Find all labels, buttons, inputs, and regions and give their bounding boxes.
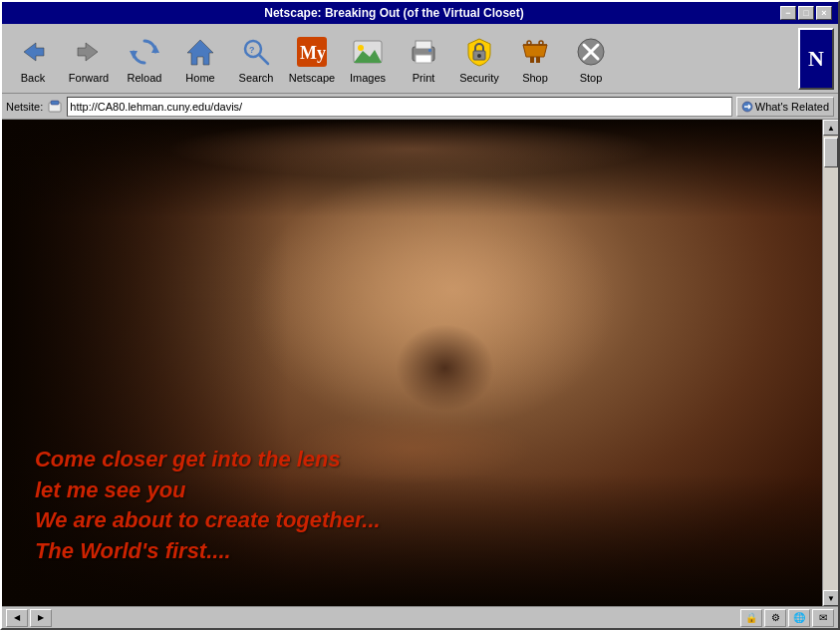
svg-point-18 bbox=[477, 54, 481, 58]
netscape-button[interactable]: My Netscape bbox=[285, 28, 339, 90]
svg-rect-28 bbox=[51, 101, 59, 105]
svg-line-6 bbox=[259, 55, 268, 64]
reload-icon bbox=[127, 34, 162, 70]
security-icon bbox=[461, 34, 497, 70]
svg-point-22 bbox=[527, 41, 531, 45]
netsite-label: Netsite: bbox=[6, 101, 43, 113]
svg-marker-4 bbox=[187, 40, 213, 65]
status-bar: ◀ ▶ 🔒 ⚙ 🌐 ✉ bbox=[2, 606, 838, 628]
whats-related-button[interactable]: What's Related bbox=[736, 97, 834, 117]
maximize-button[interactable]: □ bbox=[798, 6, 814, 20]
forward-icon bbox=[71, 34, 107, 70]
svg-rect-21 bbox=[536, 57, 540, 63]
reload-button[interactable]: Reload bbox=[118, 28, 171, 90]
window-title: Netscape: Breaking Out (of the Virtual C… bbox=[8, 6, 780, 20]
webpage[interactable]: Come closer get into the lens let me see… bbox=[2, 120, 822, 606]
text-line-1: Come closer get into the lens bbox=[35, 445, 381, 475]
print-label: Print bbox=[413, 72, 435, 84]
scroll-thumb[interactable] bbox=[824, 138, 838, 167]
main-content: Come closer get into the lens let me see… bbox=[2, 120, 822, 606]
print-icon bbox=[406, 34, 441, 70]
forward-label: Forward bbox=[69, 72, 109, 84]
status-nav-fwd[interactable]: ▶ bbox=[30, 609, 52, 627]
status-icon-2[interactable]: ⚙ bbox=[764, 609, 786, 627]
url-input[interactable] bbox=[67, 97, 731, 117]
print-button[interactable]: Print bbox=[397, 28, 450, 90]
text-line-2: let me see you bbox=[35, 475, 381, 506]
home-label: Home bbox=[185, 72, 214, 84]
back-button[interactable]: Back bbox=[6, 28, 60, 90]
status-nav-back[interactable]: ◀ bbox=[6, 609, 28, 627]
shop-icon bbox=[517, 34, 553, 70]
title-bar: Netscape: Breaking Out (of the Virtual C… bbox=[2, 2, 838, 24]
svg-point-11 bbox=[358, 45, 364, 51]
title-bar-controls: − □ × bbox=[780, 6, 832, 20]
svg-rect-16 bbox=[428, 49, 431, 52]
home-button[interactable]: Home bbox=[173, 28, 227, 90]
close-button[interactable]: × bbox=[816, 6, 832, 20]
whats-related-icon bbox=[741, 101, 753, 113]
scroll-track[interactable] bbox=[823, 136, 838, 590]
scroll-down-button[interactable]: ▼ bbox=[823, 590, 838, 606]
search-button[interactable]: ? Search bbox=[229, 28, 283, 90]
scroll-up-button[interactable]: ▲ bbox=[823, 120, 838, 136]
svg-marker-1 bbox=[78, 43, 98, 61]
page-overlay-text: Come closer get into the lens let me see… bbox=[35, 445, 381, 567]
content-area: Come closer get into the lens let me see… bbox=[2, 120, 838, 606]
svg-text:?: ? bbox=[249, 45, 255, 55]
security-label: Security bbox=[459, 72, 499, 84]
shop-label: Shop bbox=[522, 72, 548, 84]
vertical-scrollbar: ▲ ▼ bbox=[822, 120, 838, 606]
svg-rect-15 bbox=[416, 55, 431, 63]
svg-marker-0 bbox=[24, 43, 44, 61]
netscape-label: Netscape bbox=[289, 72, 335, 84]
netscape-icon: My bbox=[294, 34, 330, 70]
netscape-n-letter: N bbox=[808, 46, 824, 72]
whats-related-label: What's Related bbox=[755, 101, 829, 113]
images-label: Images bbox=[350, 72, 386, 84]
status-left: ◀ ▶ bbox=[6, 609, 52, 627]
nose-shadow bbox=[396, 324, 494, 412]
browser-window: Netscape: Breaking Out (of the Virtual C… bbox=[0, 0, 840, 630]
search-icon: ? bbox=[238, 34, 274, 70]
stop-button[interactable]: Stop bbox=[564, 28, 618, 90]
images-button[interactable]: Images bbox=[341, 28, 395, 90]
shop-button[interactable]: Shop bbox=[508, 28, 562, 90]
svg-text:My: My bbox=[300, 43, 326, 63]
text-line-3: We are about to create together... bbox=[35, 505, 381, 536]
reload-label: Reload bbox=[128, 72, 162, 84]
forehead-detail bbox=[166, 120, 659, 178]
stop-label: Stop bbox=[580, 72, 603, 84]
forward-button[interactable]: Forward bbox=[62, 28, 116, 90]
address-bar: Netsite: What's Related bbox=[2, 94, 838, 120]
status-icon-3[interactable]: 🌐 bbox=[788, 609, 810, 627]
status-icon-1[interactable]: 🔒 bbox=[740, 609, 762, 627]
back-label: Back bbox=[21, 72, 45, 84]
stop-icon bbox=[573, 34, 609, 70]
svg-rect-20 bbox=[530, 57, 534, 63]
status-icon-4[interactable]: ✉ bbox=[812, 609, 834, 627]
status-icons: 🔒 ⚙ 🌐 ✉ bbox=[740, 609, 834, 627]
url-icon bbox=[47, 99, 63, 115]
svg-point-23 bbox=[539, 41, 543, 45]
svg-rect-14 bbox=[416, 41, 431, 49]
text-line-4: The World's first.... bbox=[35, 536, 381, 567]
toolbar: Back Forward Reload bbox=[2, 24, 838, 94]
images-icon bbox=[350, 34, 386, 70]
netscape-logo[interactable]: N bbox=[798, 28, 834, 90]
home-icon bbox=[182, 34, 218, 70]
minimize-button[interactable]: − bbox=[780, 6, 796, 20]
search-label: Search bbox=[239, 72, 274, 84]
back-icon bbox=[15, 34, 51, 70]
security-button[interactable]: Security bbox=[452, 28, 506, 90]
